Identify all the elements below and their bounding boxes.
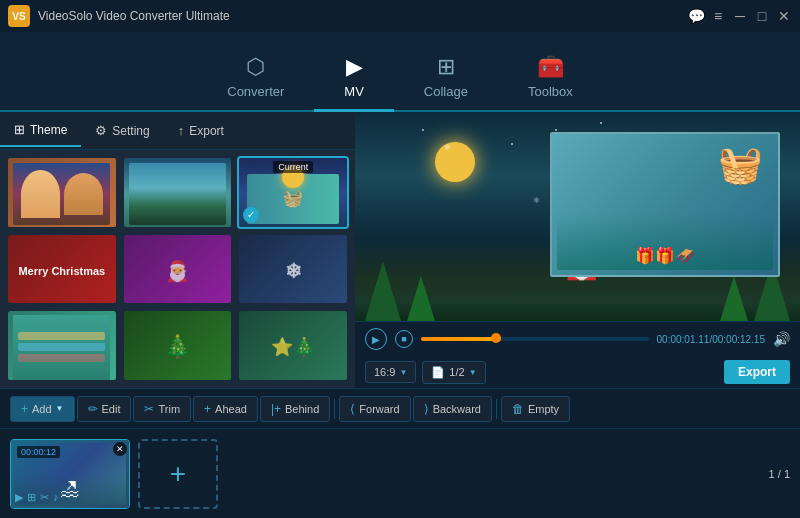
theme-merry-christmas[interactable]: Merry Christmas Merry Christmas — [6, 233, 118, 306]
left-tab-theme[interactable]: ⊞ Theme — [0, 114, 81, 147]
empty-button[interactable]: 🗑 Empty — [501, 396, 570, 422]
clip-cut-icon[interactable]: ✂ — [40, 491, 49, 504]
backward-label: Backward — [433, 403, 481, 415]
aspect-ratio-value: 16:9 — [374, 366, 395, 378]
mv-icon: ▶ — [346, 54, 363, 80]
timeline-clip: 00:00:12 🏖 ✕ ▶ ⊞ ✂ ♪ — [10, 439, 130, 509]
behind-button[interactable]: |+ Behind — [260, 396, 330, 422]
ahead-button[interactable]: + Ahead — [193, 396, 258, 422]
menu-icon[interactable]: ≡ — [710, 8, 726, 24]
edit-button[interactable]: ✏ Edit — [77, 396, 132, 422]
theme-beautiful-christmas[interactable]: ⭐🎄 Beautiful Christmas — [237, 309, 349, 382]
btn-divider-2 — [496, 399, 497, 419]
add-button[interactable]: + Add ▼ — [10, 396, 75, 422]
setting-tab-label: Setting — [112, 124, 149, 138]
forward-button[interactable]: ⟨ Forward — [339, 396, 410, 422]
theme-tab-icon: ⊞ — [14, 122, 25, 137]
bottom-toolbar: + Add ▼ ✏ Edit ✂ Trim + Ahead |+ Behind … — [0, 388, 800, 428]
title-bar: VS VideoSolo Video Converter Ultimate 💬 … — [0, 0, 800, 32]
export-tab-label: Export — [189, 124, 224, 138]
theme-tab-label: Theme — [30, 123, 67, 137]
page-value: 1/2 — [449, 366, 464, 378]
forward-icon: ⟨ — [350, 402, 355, 416]
clip-zoom-icon[interactable]: ⊞ — [27, 491, 36, 504]
theme-stripes-thumb — [8, 311, 116, 382]
current-badge: Current — [273, 161, 313, 173]
ahead-label: Ahead — [215, 403, 247, 415]
theme-snowy-thumb: ❄ — [239, 235, 347, 306]
snowflake-1: ❄ — [444, 143, 451, 152]
clip-icons: ▶ ⊞ ✂ ♪ — [15, 491, 59, 504]
page-caret: ▼ — [469, 368, 477, 377]
timeline: 00:00:12 🏖 ✕ ▶ ⊞ ✂ ♪ + 1 / 1 — [0, 428, 800, 518]
tab-toolbox[interactable]: 🧰 Toolbox — [498, 44, 603, 112]
aspect-ratio-control[interactable]: 16:9 ▼ — [365, 361, 416, 383]
theme-happy-thumb — [8, 158, 116, 229]
theme-happy[interactable]: Happy — [6, 156, 118, 229]
stop-button[interactable]: ■ — [395, 330, 413, 348]
converter-icon: ⬡ — [246, 54, 265, 80]
tab-mv[interactable]: ▶ MV — [314, 44, 394, 112]
theme-santa-thumb: 🎅 — [124, 235, 232, 306]
page-control[interactable]: 📄 1/2 ▼ — [422, 361, 485, 384]
backward-button[interactable]: ⟩ Backward — [413, 396, 492, 422]
timeline-page-count: 1 / 1 — [769, 468, 790, 480]
right-panel: 🎅🛷 ❄ ❄ ❄ 🧺 🎁🎁🛷 ▶ ■ 00:00:01.11/00:00:12.… — [355, 112, 800, 388]
export-tab-icon: ↑ — [178, 123, 185, 138]
export-button[interactable]: Export — [724, 360, 790, 384]
app-title: VideoSolo Video Converter Ultimate — [38, 9, 230, 23]
theme-snowy-night[interactable]: ❄ Snowy Night — [237, 233, 349, 306]
main-content: ⊞ Theme ⚙ Setting ↑ Export — [0, 112, 800, 388]
title-bar-left: VS VideoSolo Video Converter Ultimate — [8, 5, 230, 27]
theme-christmas-tree[interactable]: 🎄 Christmas Tree — [122, 309, 234, 382]
theme-stripes-waves[interactable]: Stripes & Waves — [6, 309, 118, 382]
playback-row2: 16:9 ▼ 📄 1/2 ▼ Export — [355, 356, 800, 388]
toolbox-icon: 🧰 — [537, 54, 564, 80]
time-display: 00:00:01.11/00:00:12.15 — [657, 334, 765, 345]
left-panel: ⊞ Theme ⚙ Setting ↑ Export — [0, 112, 355, 388]
volume-icon[interactable]: 🔊 — [773, 331, 790, 347]
progress-fill — [421, 337, 501, 341]
left-tabs: ⊞ Theme ⚙ Setting ↑ Export — [0, 112, 355, 150]
empty-icon: 🗑 — [512, 402, 524, 416]
title-bar-controls: 💬 ≡ ─ □ ✕ — [688, 8, 792, 24]
left-tab-setting[interactable]: ⚙ Setting — [81, 115, 163, 146]
clip-time: 00:00:12 — [17, 446, 60, 458]
tab-mv-label: MV — [344, 84, 364, 99]
play-button[interactable]: ▶ — [365, 328, 387, 350]
behind-icon: |+ — [271, 402, 281, 416]
tab-converter-label: Converter — [227, 84, 284, 99]
clip-audio-icon[interactable]: ♪ — [53, 491, 59, 504]
playback-bar: ▶ ■ 00:00:01.11/00:00:12.15 🔊 — [355, 321, 800, 356]
preview-area: 🎅🛷 ❄ ❄ ❄ 🧺 🎁🎁🛷 — [355, 112, 800, 321]
tab-converter[interactable]: ⬡ Converter — [197, 44, 314, 112]
preview-video-frame: 🧺 🎁🎁🛷 — [550, 132, 780, 277]
trim-button[interactable]: ✂ Trim — [133, 396, 191, 422]
theme-simple-thumb — [124, 158, 232, 229]
nav-tabs: ⬡ Converter ▶ MV ⊞ Collage 🧰 Toolbox — [0, 32, 800, 112]
add-label: Add — [32, 403, 52, 415]
clip-play-icon[interactable]: ▶ — [15, 491, 23, 504]
tab-toolbox-label: Toolbox — [528, 84, 573, 99]
theme-santa-claus[interactable]: 🎅 Santa Claus — [122, 233, 234, 306]
tab-collage[interactable]: ⊞ Collage — [394, 44, 498, 112]
theme-simple[interactable]: Simple — [122, 156, 234, 229]
add-icon: + — [21, 402, 28, 416]
aspect-ratio-caret: ▼ — [399, 368, 407, 377]
left-tab-export[interactable]: ↑ Export — [164, 115, 238, 146]
progress-bar[interactable] — [421, 337, 649, 341]
add-dropdown-icon: ▼ — [56, 404, 64, 413]
maximize-button[interactable]: □ — [754, 8, 770, 24]
theme-christmas-eve[interactable]: 🧺 Current ✓ Christmas Eve — [237, 156, 349, 229]
tab-collage-label: Collage — [424, 84, 468, 99]
theme-merry-thumb: Merry Christmas — [8, 235, 116, 306]
trim-icon: ✂ — [144, 402, 154, 416]
trim-label: Trim — [158, 403, 180, 415]
add-clip-button[interactable]: + — [138, 439, 218, 509]
clip-close-button[interactable]: ✕ — [113, 442, 127, 456]
snowflake-2: ❄ — [533, 196, 540, 205]
chat-icon[interactable]: 💬 — [688, 8, 704, 24]
minimize-button[interactable]: ─ — [732, 8, 748, 24]
edit-icon: ✏ — [88, 402, 98, 416]
close-button[interactable]: ✕ — [776, 8, 792, 24]
